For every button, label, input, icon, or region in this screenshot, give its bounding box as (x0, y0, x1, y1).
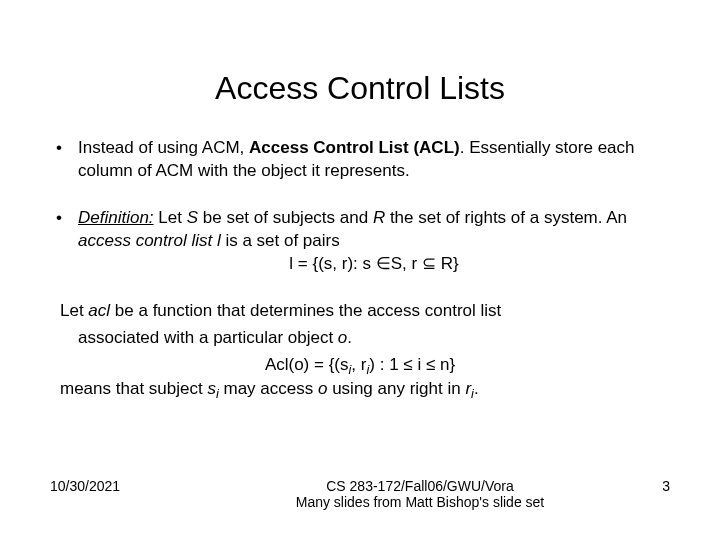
eq2-e: n} (435, 355, 455, 374)
footer-line1: CS 283-172/Fall06/GWU/Vora (210, 478, 630, 494)
p3-l4c: using any right in (327, 379, 465, 398)
bullet-2: Definition: Let S be set of subjects and… (50, 207, 670, 276)
slide-body: Instead of using ACM, Access Control Lis… (50, 137, 670, 403)
bullet-1-strong: Access Control List (ACL) (249, 138, 460, 157)
definition-label: Definition: (78, 208, 154, 227)
footer-date: 10/30/2021 (50, 478, 210, 494)
eq2-a: Acl(o) = {(s (265, 355, 349, 374)
p3-o: o (338, 328, 347, 347)
def-acl-ital: access control list l (78, 231, 221, 250)
p3-l2: associated with a particular object (78, 328, 338, 347)
p3-l4a: means that subject (60, 379, 207, 398)
eq2-c: ) : 1 (369, 355, 403, 374)
def-S: S (187, 208, 198, 227)
eq2-b: , r (351, 355, 366, 374)
p3-l2-dot: . (347, 328, 352, 347)
def-end: is a set of pairs (221, 231, 340, 250)
def-mid2: the set of rights of a system. An (385, 208, 627, 227)
p3-l1a: Let (60, 301, 88, 320)
footer-page-number: 3 (630, 478, 670, 494)
def-R: R (373, 208, 385, 227)
eq1-lhs: l = {(s, r): s (289, 254, 375, 273)
p3-acl: acl (88, 301, 110, 320)
equation-1: l = {(s, r): s ∈S, r ⊆ R} (78, 253, 670, 276)
bullet-1: Instead of using ACM, Access Control Lis… (50, 137, 670, 183)
eq1-end: R} (436, 254, 459, 273)
bullet-1-pre: Instead of using ACM, (78, 138, 249, 157)
p3-l4-dot: . (474, 379, 479, 398)
p3-s: s (207, 379, 216, 398)
eq2-d: i (413, 355, 426, 374)
slide-title: Access Control Lists (50, 0, 670, 137)
eq1-sub-symbol: ⊆ (422, 254, 436, 273)
eq2-le1: ≤ (403, 355, 412, 374)
eq1-in-symbol: ∈ (376, 254, 391, 273)
footer-line2: Many slides from Matt Bishop's slide set (210, 494, 630, 510)
p3-l1b: be a function that determines the access… (110, 301, 501, 320)
paragraph-means: means that subject si may access o using… (60, 378, 670, 403)
paragraph-acl-fn-2: associated with a particular object o. (78, 327, 670, 350)
eq1-mid: S, r (391, 254, 422, 273)
slide-footer: 10/30/2021 CS 283-172/Fall06/GWU/Vora Ma… (50, 478, 670, 510)
def-pre-let: Let (154, 208, 187, 227)
eq2-le2: ≤ (426, 355, 435, 374)
paragraph-acl-fn: Let acl be a function that determines th… (60, 300, 670, 323)
p3-l4b: may access (219, 379, 318, 398)
equation-2: Acl(o) = {(si, ri) : 1 ≤ i ≤ n} (50, 354, 670, 379)
def-mid1: be set of subjects and (198, 208, 373, 227)
